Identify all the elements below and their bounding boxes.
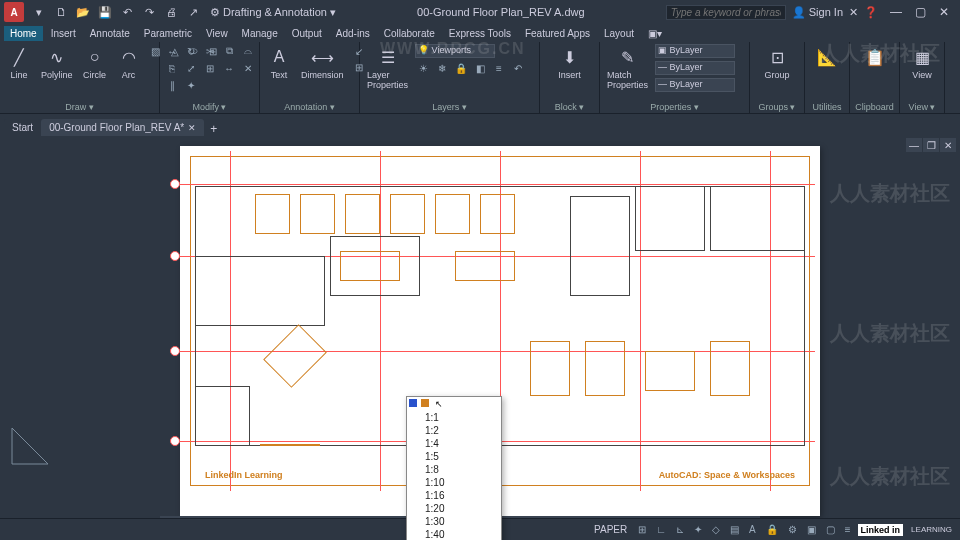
- panel-block-title[interactable]: Block ▾: [540, 101, 599, 113]
- circle-button[interactable]: ○Circle: [80, 44, 110, 81]
- scale-option-1-5[interactable]: 1:5: [407, 450, 501, 463]
- qat-menu-icon[interactable]: ▾: [30, 3, 48, 21]
- scale-option-1-20[interactable]: 1:20: [407, 502, 501, 515]
- tab-insert[interactable]: Insert: [45, 26, 82, 41]
- status-clean-icon[interactable]: ▢: [823, 524, 838, 535]
- polyline-button[interactable]: ∿Polyline: [38, 44, 76, 81]
- scale-option-1-30[interactable]: 1:30: [407, 515, 501, 528]
- tab-featured-apps[interactable]: Featured Apps: [519, 26, 596, 41]
- status-anno-icon[interactable]: A: [746, 524, 759, 535]
- exchange-icon[interactable]: ✕: [849, 6, 858, 19]
- insert-block-button[interactable]: ⬇Insert: [544, 44, 595, 81]
- scale-option-1-2[interactable]: 1:2: [407, 424, 501, 437]
- view-button[interactable]: ▦View: [904, 44, 940, 81]
- app-logo[interactable]: A: [4, 2, 24, 22]
- panel-utilities-title[interactable]: Utilities: [805, 101, 849, 113]
- text-button[interactable]: AText: [264, 44, 294, 81]
- layer-match-icon[interactable]: ≡: [491, 61, 507, 75]
- trim-icon[interactable]: ✂: [202, 44, 218, 58]
- current-layer-select[interactable]: 💡 Viewports: [415, 44, 495, 58]
- scale-option-1-1[interactable]: 1:1: [407, 411, 501, 424]
- scale-icon[interactable]: ⤢: [183, 61, 199, 75]
- qat-open-icon[interactable]: 📂: [74, 3, 92, 21]
- help-icon[interactable]: ❓: [864, 6, 878, 19]
- status-polar-icon[interactable]: ✦: [691, 524, 705, 535]
- move-icon[interactable]: ↔: [164, 44, 180, 58]
- drawing-area[interactable]: — ❐ ✕: [0, 136, 960, 516]
- layer-properties-button[interactable]: ☰Layer Properties: [364, 44, 411, 91]
- lineweight-select[interactable]: — ByLayer: [655, 61, 735, 75]
- line-button[interactable]: ╱Line: [4, 44, 34, 81]
- tab-manage[interactable]: Manage: [236, 26, 284, 41]
- status-osnap-icon[interactable]: ◇: [709, 524, 723, 535]
- panel-view-title[interactable]: View ▾: [900, 101, 944, 113]
- minimize-button[interactable]: —: [884, 5, 908, 19]
- offset-icon[interactable]: ∥: [164, 78, 180, 92]
- file-tab[interactable]: 00-Ground Floor Plan_REV A* ✕: [41, 119, 204, 136]
- panel-layers-title[interactable]: Layers ▾: [360, 101, 539, 113]
- panel-draw-title[interactable]: Draw ▾: [0, 101, 159, 113]
- status-lock-icon[interactable]: 🔒: [763, 524, 781, 535]
- drawing-close-icon[interactable]: ✕: [940, 138, 956, 152]
- status-grid-icon[interactable]: ⊞: [635, 524, 649, 535]
- ucs-icon[interactable]: [10, 426, 50, 466]
- start-tab[interactable]: Start: [4, 119, 41, 136]
- stretch-icon[interactable]: ↔: [221, 61, 237, 75]
- color-select[interactable]: ▣ ByLayer: [655, 44, 735, 58]
- arc-button[interactable]: ◠Arc: [114, 44, 144, 81]
- erase-icon[interactable]: ✕: [240, 61, 256, 75]
- qat-print-icon[interactable]: 🖨: [162, 3, 180, 21]
- layer-freeze-icon[interactable]: ❄: [434, 61, 450, 75]
- layer-iso-icon[interactable]: ◧: [472, 61, 488, 75]
- tab-addins[interactable]: Add-ins: [330, 26, 376, 41]
- copy-icon[interactable]: ⎘: [164, 61, 180, 75]
- status-ortho-icon[interactable]: ⊾: [673, 524, 687, 535]
- close-button[interactable]: ✕: [932, 5, 956, 19]
- scale-lock-icon[interactable]: [421, 399, 429, 407]
- qat-save-icon[interactable]: 💾: [96, 3, 114, 21]
- status-scale-icon[interactable]: ▤: [727, 524, 742, 535]
- linetype-select[interactable]: — ByLayer: [655, 78, 735, 92]
- qat-redo-icon[interactable]: ↷: [140, 3, 158, 21]
- panel-modify-title[interactable]: Modify ▾: [160, 101, 259, 113]
- array-icon[interactable]: ⊞: [202, 61, 218, 75]
- fillet-icon[interactable]: ⌓: [240, 44, 256, 58]
- viewport-scale-dropdown[interactable]: ↖ 1:11:21:41:51:81:101:161:201:301:401:5…: [406, 396, 502, 540]
- tab-view[interactable]: View: [200, 26, 234, 41]
- status-snap-icon[interactable]: ∟: [653, 524, 669, 535]
- tab-collapse-icon[interactable]: ▣▾: [642, 26, 668, 41]
- new-tab-button[interactable]: +: [204, 122, 223, 136]
- drawing-minimize-icon[interactable]: —: [906, 138, 922, 152]
- tab-output[interactable]: Output: [286, 26, 328, 41]
- match-properties-button[interactable]: ✎Match Properties: [604, 44, 651, 91]
- panel-groups-title[interactable]: Groups ▾: [750, 101, 804, 113]
- tab-home[interactable]: Home: [4, 26, 43, 41]
- scale-option-1-4[interactable]: 1:4: [407, 437, 501, 450]
- panel-properties-title[interactable]: Properties ▾: [600, 101, 749, 113]
- help-search-input[interactable]: [666, 5, 786, 20]
- layer-off-icon[interactable]: ☀: [415, 61, 431, 75]
- scale-option-1-8[interactable]: 1:8: [407, 463, 501, 476]
- dimension-button[interactable]: ⟷Dimension: [298, 44, 347, 81]
- tab-layout[interactable]: Layout: [598, 26, 640, 41]
- drawing-restore-icon[interactable]: ❐: [923, 138, 939, 152]
- workspace-selector[interactable]: ⚙ Drafting & Annotation ▾: [210, 6, 336, 19]
- panel-annotation-title[interactable]: Annotation ▾: [260, 101, 359, 113]
- tab-annotate[interactable]: Annotate: [84, 26, 136, 41]
- paper-model-toggle[interactable]: PAPER: [590, 524, 631, 535]
- status-hardware-icon[interactable]: ▣: [804, 524, 819, 535]
- signin-button[interactable]: 👤 Sign In: [792, 6, 843, 19]
- tab-collaborate[interactable]: Collaborate: [378, 26, 441, 41]
- qat-undo-icon[interactable]: ↶: [118, 3, 136, 21]
- layer-prev-icon[interactable]: ↶: [510, 61, 526, 75]
- scale-option-1-16[interactable]: 1:16: [407, 489, 501, 502]
- rotate-icon[interactable]: ↻: [183, 44, 199, 58]
- layer-lock-icon[interactable]: 🔒: [453, 61, 469, 75]
- group-button[interactable]: ⊡Group: [754, 44, 800, 81]
- qat-new-icon[interactable]: 🗋: [52, 3, 70, 21]
- tab-parametric[interactable]: Parametric: [138, 26, 198, 41]
- mirror-icon[interactable]: ⧉: [221, 44, 237, 58]
- status-customize-icon[interactable]: ≡: [842, 524, 854, 535]
- status-workspace-icon[interactable]: ⚙: [785, 524, 800, 535]
- panel-clipboard-title[interactable]: Clipboard: [850, 101, 899, 113]
